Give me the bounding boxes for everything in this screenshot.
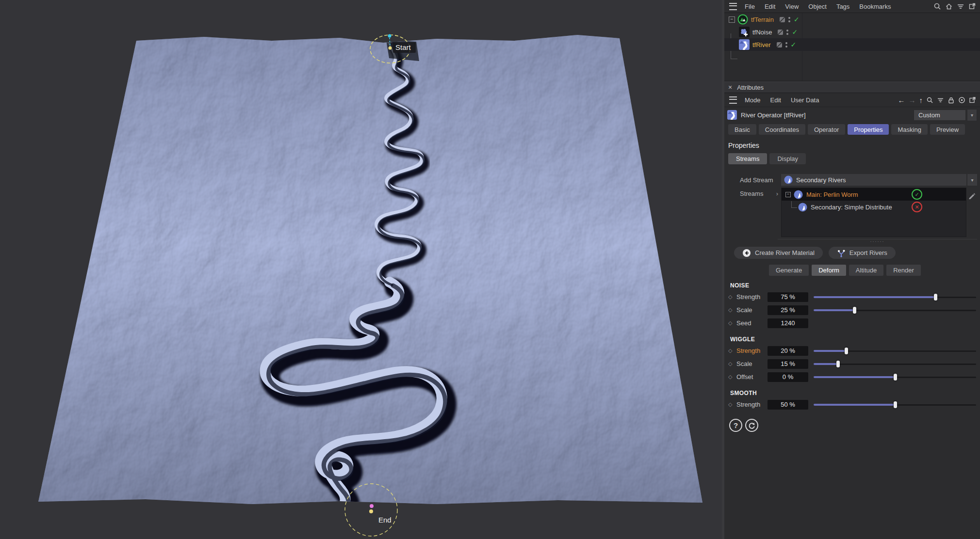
close-icon[interactable]: × bbox=[728, 84, 732, 91]
target-icon[interactable] bbox=[958, 96, 965, 104]
start-handle-dot[interactable] bbox=[388, 34, 392, 38]
enable-dots-icon[interactable] bbox=[785, 42, 787, 48]
layer-toggle-icon[interactable] bbox=[778, 30, 783, 35]
menu-edit[interactable]: Edit bbox=[760, 3, 780, 10]
expander-icon[interactable]: − bbox=[785, 192, 791, 197]
keyframe-diamond-icon[interactable]: ◇ bbox=[728, 401, 736, 408]
stream-name[interactable]: Secondary: Simple Distribute bbox=[811, 204, 892, 211]
param-slider[interactable] bbox=[814, 347, 976, 355]
menu-user-data[interactable]: User Data bbox=[786, 96, 824, 104]
up-arrow-icon[interactable]: ↑ bbox=[919, 96, 923, 104]
param-slider[interactable] bbox=[814, 401, 976, 409]
param-value-field[interactable]: 0 % bbox=[768, 372, 808, 382]
end-point-dot[interactable] bbox=[369, 509, 373, 513]
param-slider[interactable] bbox=[814, 360, 976, 368]
stream-enabled-icon[interactable]: ✓ bbox=[912, 189, 922, 200]
forward-arrow-icon[interactable]: → bbox=[909, 96, 916, 104]
param-row-wiggle-offset: ◇ Offset 0 % bbox=[724, 370, 980, 383]
keyframe-diamond-icon[interactable]: ◇ bbox=[728, 294, 736, 300]
filter-icon[interactable] bbox=[957, 2, 964, 10]
enabled-check-icon[interactable]: ✓ bbox=[794, 16, 800, 23]
add-stream-combo[interactable]: Secondary Rivers bbox=[781, 174, 966, 186]
expander-icon[interactable]: − bbox=[729, 16, 735, 23]
generate-button[interactable]: Generate bbox=[769, 265, 809, 276]
param-value-field[interactable]: 20 % bbox=[768, 346, 808, 356]
altitude-button[interactable]: Altitude bbox=[849, 265, 883, 276]
param-value-field[interactable]: 75 % bbox=[768, 292, 808, 302]
stream-disabled-icon[interactable]: ✕ bbox=[912, 202, 922, 212]
tree-row-tfnoise[interactable]: tfNoise ✓ bbox=[724, 26, 980, 38]
enabled-check-icon[interactable]: ✓ bbox=[791, 41, 797, 48]
object-name[interactable]: tfNoise bbox=[752, 29, 772, 36]
hamburger-icon[interactable] bbox=[729, 96, 737, 104]
tree-row-tfterrain[interactable]: − tfTerrain ✓ bbox=[724, 13, 980, 26]
keyframe-diamond-icon[interactable]: ◇ bbox=[728, 307, 736, 313]
back-arrow-icon[interactable]: ← bbox=[898, 96, 905, 104]
param-value-field[interactable]: 25 % bbox=[768, 305, 808, 315]
chevron-down-icon[interactable]: ▾ bbox=[967, 174, 977, 186]
keyframe-diamond-icon[interactable]: ◇ bbox=[728, 361, 736, 367]
search-icon[interactable] bbox=[933, 2, 941, 10]
enabled-check-icon[interactable]: ✓ bbox=[792, 28, 798, 36]
param-value-field[interactable]: 50 % bbox=[768, 400, 808, 410]
keyframe-diamond-icon[interactable]: ◇ bbox=[728, 348, 736, 354]
terrain-mesh bbox=[24, 24, 713, 514]
hamburger-icon[interactable] bbox=[729, 3, 737, 10]
keyframe-diamond-icon[interactable]: ◇ bbox=[728, 320, 736, 326]
enable-dots-icon[interactable] bbox=[786, 30, 788, 35]
tab-preview[interactable]: Preview bbox=[930, 124, 965, 135]
end-handle-dot[interactable] bbox=[370, 504, 374, 508]
deform-button[interactable]: Deform bbox=[812, 265, 846, 276]
enable-dots-icon[interactable] bbox=[788, 17, 790, 22]
param-value-field[interactable]: 1240 bbox=[768, 318, 808, 328]
tab-operator[interactable]: Operator bbox=[808, 124, 845, 135]
object-name[interactable]: tfTerrain bbox=[751, 16, 774, 23]
lock-icon[interactable] bbox=[947, 96, 955, 104]
render-button[interactable]: Render bbox=[886, 265, 921, 276]
menu-object[interactable]: Object bbox=[803, 3, 832, 10]
preset-value[interactable]: Custom bbox=[914, 110, 966, 121]
export-rivers-button[interactable]: Export Rivers bbox=[829, 247, 896, 259]
viewport[interactable]: Start End bbox=[0, 0, 722, 539]
stream-row-secondary[interactable]: Secondary: Simple Distribute ✕ bbox=[782, 201, 966, 213]
tree-row-tfriver[interactable]: tfRiver ✓ bbox=[724, 38, 980, 51]
keyframe-diamond-icon[interactable]: ◇ bbox=[728, 374, 736, 380]
tab-basic[interactable]: Basic bbox=[728, 124, 756, 135]
create-river-material-button[interactable]: Create River Material bbox=[734, 247, 823, 259]
subtab-display[interactable]: Display bbox=[769, 153, 806, 164]
layer-toggle-icon[interactable] bbox=[780, 17, 785, 22]
popout-icon[interactable] bbox=[968, 2, 976, 10]
tab-properties[interactable]: Properties bbox=[848, 124, 889, 135]
start-point-dot[interactable] bbox=[389, 47, 392, 50]
splitter-handle[interactable]: ······ bbox=[778, 239, 977, 244]
chevron-down-icon[interactable]: ▾ bbox=[967, 109, 977, 121]
help-button[interactable]: ? bbox=[729, 419, 742, 432]
home-icon[interactable] bbox=[945, 2, 953, 10]
viewport-canvas[interactable]: Start End bbox=[0, 0, 722, 539]
edit-pencil-icon[interactable] bbox=[966, 188, 977, 199]
object-name[interactable]: tfRiver bbox=[752, 41, 771, 48]
reset-button[interactable] bbox=[745, 419, 758, 432]
menu-tags[interactable]: Tags bbox=[832, 3, 854, 10]
search-icon[interactable] bbox=[926, 96, 933, 104]
param-slider[interactable] bbox=[814, 373, 976, 381]
subtab-streams[interactable]: Streams bbox=[728, 153, 767, 164]
menu-file[interactable]: File bbox=[740, 3, 760, 10]
param-value-field[interactable]: 15 % bbox=[768, 359, 808, 369]
stream-icon bbox=[794, 190, 803, 199]
stream-name[interactable]: Main: Perlin Worm bbox=[806, 191, 858, 198]
menu-mode[interactable]: Mode bbox=[740, 96, 766, 104]
tab-coordinates[interactable]: Coordinates bbox=[759, 124, 805, 135]
menu-view[interactable]: View bbox=[780, 3, 803, 10]
menu-edit[interactable]: Edit bbox=[766, 96, 786, 104]
layer-toggle-icon[interactable] bbox=[777, 42, 782, 48]
stream-row-main[interactable]: − Main: Perlin Worm ✓ bbox=[782, 188, 966, 201]
param-slider[interactable] bbox=[814, 293, 976, 301]
tab-masking[interactable]: Masking bbox=[891, 124, 927, 135]
menu-bookmarks[interactable]: Bookmarks bbox=[854, 3, 896, 10]
preset-dropdown[interactable]: Custom ▾ bbox=[914, 109, 977, 121]
popout-icon[interactable] bbox=[969, 96, 976, 104]
filter-icon[interactable] bbox=[937, 96, 944, 104]
param-slider[interactable] bbox=[814, 306, 976, 314]
submenu-arrow-icon[interactable]: › bbox=[776, 190, 778, 197]
